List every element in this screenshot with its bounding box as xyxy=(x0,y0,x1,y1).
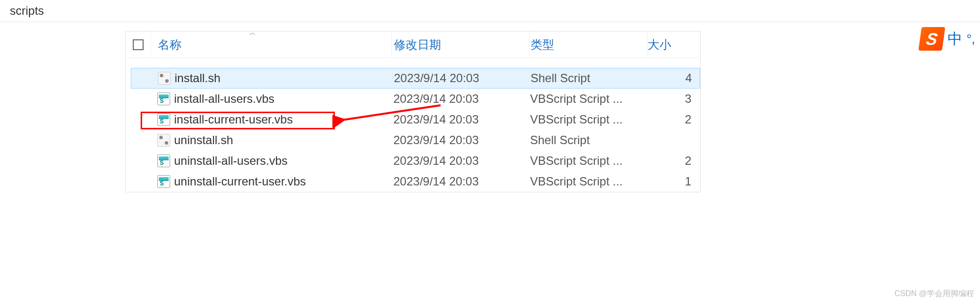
file-row[interactable]: uninstall-all-users.vbs2023/9/14 20:03VB… xyxy=(126,151,700,171)
file-row[interactable]: install.sh2023/9/14 20:03Shell Script4 xyxy=(131,68,700,89)
file-name-label: uninstall.sh xyxy=(174,133,233,147)
file-rows-container: install.sh2023/9/14 20:03Shell Script4in… xyxy=(126,58,700,192)
file-size-cell: 4 xyxy=(648,71,697,85)
shell-script-icon xyxy=(158,72,171,85)
file-name-label: install-current-user.vbs xyxy=(174,113,293,126)
file-name-label: install-all-users.vbs xyxy=(174,92,274,106)
column-header-type[interactable]: 类型 xyxy=(529,31,647,58)
ime-logo-text: S xyxy=(925,30,939,49)
ime-indicator[interactable]: S 中 °, xyxy=(920,27,975,51)
watermark: CSDN @学会用脚编程 xyxy=(894,289,974,299)
file-size-cell: 2 xyxy=(647,154,696,168)
column-header-name[interactable]: 名称 ︿ xyxy=(150,31,391,58)
file-name-cell[interactable]: uninstall.sh xyxy=(150,133,391,147)
file-size-cell: 3 xyxy=(647,92,696,106)
ime-logo-icon: S xyxy=(919,27,946,51)
file-type-cell: VBScript Script ... xyxy=(529,113,647,126)
column-header-type-label: 类型 xyxy=(531,37,554,53)
column-header-size[interactable]: 大小 xyxy=(647,31,696,58)
file-date-cell: 2023/9/14 20:03 xyxy=(392,71,530,85)
file-date-cell: 2023/9/14 20:03 xyxy=(391,113,529,126)
file-size-cell: 2 xyxy=(647,113,696,126)
column-header-size-label: 大小 xyxy=(648,37,671,53)
file-type-cell: VBScript Script ... xyxy=(529,92,647,106)
file-type-cell: Shell Script xyxy=(529,133,647,147)
file-name-cell[interactable]: install-current-user.vbs xyxy=(150,113,391,126)
file-name-cell[interactable]: install-all-users.vbs xyxy=(150,92,391,106)
file-date-cell: 2023/9/14 20:03 xyxy=(391,175,529,188)
file-row[interactable]: uninstall.sh2023/9/14 20:03Shell Script xyxy=(126,130,700,151)
file-name-label: uninstall-current-user.vbs xyxy=(174,175,306,188)
column-header-date[interactable]: 修改日期 xyxy=(391,31,529,58)
folder-title: scripts xyxy=(0,0,980,22)
vbs-script-icon xyxy=(157,154,170,167)
file-type-cell: VBScript Script ... xyxy=(529,175,647,188)
column-header-name-label: 名称 xyxy=(158,37,181,53)
file-type-cell: Shell Script xyxy=(530,71,648,85)
file-name-cell[interactable]: uninstall-all-users.vbs xyxy=(150,154,391,168)
file-date-cell: 2023/9/14 20:03 xyxy=(391,133,529,147)
file-list-panel: 名称 ︿ 修改日期 类型 大小 install.sh2023/9/14 20:0… xyxy=(125,31,701,192)
file-name-cell[interactable]: uninstall-current-user.vbs xyxy=(150,175,391,188)
vbs-script-icon xyxy=(157,113,170,126)
file-name-label: uninstall-all-users.vbs xyxy=(174,154,288,168)
column-header-date-label: 修改日期 xyxy=(394,37,441,53)
file-type-cell: VBScript Script ... xyxy=(529,154,647,168)
shell-script-icon xyxy=(157,134,170,147)
file-row[interactable]: uninstall-current-user.vbs2023/9/14 20:0… xyxy=(126,171,700,192)
file-name-cell[interactable]: install.sh xyxy=(151,71,392,85)
file-date-cell: 2023/9/14 20:03 xyxy=(391,92,529,106)
ime-punctuation[interactable]: °, xyxy=(966,31,975,47)
select-all-checkbox[interactable] xyxy=(133,39,144,50)
file-date-cell: 2023/9/14 20:03 xyxy=(391,154,529,168)
ime-mode[interactable]: 中 xyxy=(948,29,962,49)
sort-ascending-icon: ︿ xyxy=(249,29,256,37)
vbs-script-icon xyxy=(157,92,170,105)
file-name-label: install.sh xyxy=(175,71,220,85)
folder-title-text: scripts xyxy=(10,4,44,17)
column-header-row: 名称 ︿ 修改日期 类型 大小 xyxy=(126,31,700,58)
select-all-cell[interactable] xyxy=(126,39,150,50)
file-row[interactable]: install-current-user.vbs2023/9/14 20:03V… xyxy=(126,109,700,130)
vbs-script-icon xyxy=(157,175,170,188)
file-row[interactable]: install-all-users.vbs2023/9/14 20:03VBSc… xyxy=(126,89,700,109)
file-size-cell: 1 xyxy=(647,175,696,188)
